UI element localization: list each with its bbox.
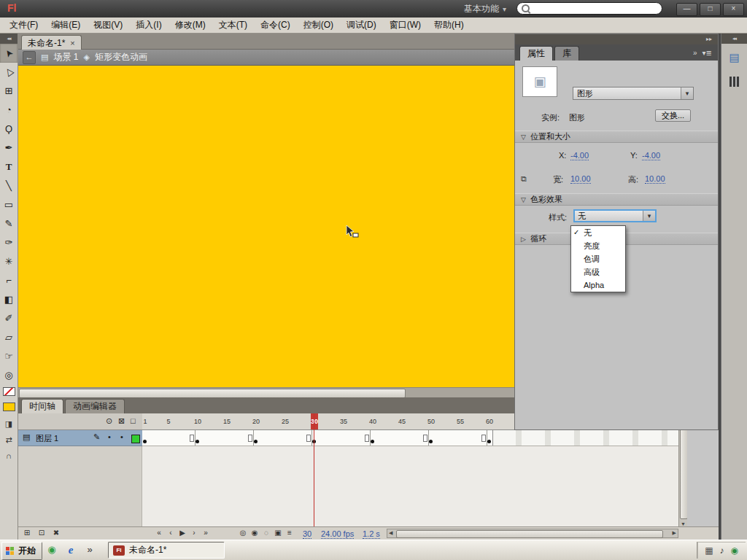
fill-color-chip[interactable] [0,402,18,416]
center-frame-button[interactable]: ◎ [237,527,249,539]
outline-column-icon[interactable]: □ [131,416,136,425]
paint-bucket-tool[interactable]: ◧ [0,290,18,309]
width-value[interactable]: 10.00 [570,174,591,184]
expand-panels-icon[interactable]: ◂◂ [721,34,747,44]
menu-item-brightness[interactable]: 亮度 [571,239,625,252]
lasso-tool[interactable]: Ϙ [0,120,18,139]
scroll-down-icon[interactable]: ▼ [681,521,686,526]
collapse-triangle-icon[interactable]: ▽ [521,133,526,141]
menu-edit[interactable]: 编辑(E) [44,17,87,34]
menu-item-alpha[interactable]: Alpha [571,279,625,292]
link-width-height-icon[interactable]: ⧉ [521,174,527,184]
first-frame-button[interactable]: « [153,527,165,539]
menu-file[interactable]: 文件(F) [3,17,44,34]
layer-visibility-dot[interactable]: • [108,432,111,441]
hand-tool[interactable]: ☞ [0,347,18,366]
layer-lock-dot[interactable]: • [120,432,123,441]
rectangle-tool[interactable]: ▭ [0,195,18,214]
color-panel-icon[interactable]: ▤ [724,48,745,67]
deco-tool[interactable]: ✳ [0,252,18,271]
menu-item-none[interactable]: ✓ 无 [571,226,625,239]
eyedropper-tool[interactable]: ✐ [0,309,18,328]
chevron-down-icon[interactable]: ▾ [681,88,693,99]
breadcrumb-scene[interactable]: 场景 1 [53,51,78,63]
close-button[interactable]: × [723,3,744,16]
workspace-switcher-button[interactable]: 基本功能 ▾ [464,3,506,15]
elapsed-time-value[interactable]: 1.2 s [363,529,380,539]
stroke-color-chip[interactable] [0,387,18,400]
swap-button[interactable]: 交换... [655,109,691,122]
text-tool[interactable]: T [0,158,18,176]
section-color-effect[interactable]: ▽ 色彩效果 [515,193,718,206]
brush-tool[interactable]: ✑ [0,233,18,252]
timeline-horizontal-scrollbar[interactable]: ◀ ▶ [387,529,678,538]
panel-dock-strip[interactable]: ▸▸ [515,34,718,44]
breadcrumb-symbol[interactable]: 矩形变色动画 [95,51,147,63]
collapse-to-icons-icon[interactable]: » [689,49,701,57]
collapse-triangle-icon[interactable]: ▽ [521,196,526,203]
keyframe-dot[interactable] [487,440,491,443]
symbol-type-dropdown[interactable]: 图形 ▾ [573,87,694,100]
swap-colors-button[interactable]: ⇄ [0,432,18,448]
chevron-down-icon[interactable]: ▾ [643,211,655,221]
playhead-line[interactable] [314,413,314,526]
subselection-tool[interactable]: ▷ [0,63,18,82]
zoom-tool[interactable]: ◎ [0,366,18,385]
keyframe-dot[interactable] [429,440,433,443]
section-position-size[interactable]: ▽ 位置和大小 [515,131,718,143]
search-input[interactable] [530,4,657,13]
black-white-button[interactable]: ◨ [0,416,18,432]
tab-properties[interactable]: 属性 [519,46,553,61]
ime-indicator-icon[interactable]: ▦ [705,545,713,556]
play-button[interactable]: ▶ [177,527,188,539]
snap-magnet-button[interactable]: ∩ [0,448,18,464]
layer-row[interactable]: ▤ 图层 1 ✎ • • [18,430,142,446]
line-tool[interactable]: ╲ [0,176,18,195]
document-tab[interactable]: 未命名-1* × [21,35,82,50]
minimize-button[interactable]: — [676,3,697,16]
layer-name[interactable]: 图层 1 [36,433,58,444]
height-value[interactable]: 10.00 [645,174,665,184]
onion-skin-button[interactable]: ◉ [249,527,260,539]
menu-window[interactable]: 窗口(W) [383,17,427,34]
quick-launch-icon-1[interactable]: ◉ [45,543,58,556]
selection-tool[interactable]: ➤ [0,44,18,63]
edit-multiple-frames-button[interactable]: ▣ [272,527,284,539]
stage-horizontal-scrollbar[interactable] [18,387,514,397]
pen-tool[interactable]: ✒ [0,139,18,158]
y-value[interactable]: -4.00 [642,151,660,160]
frame-rate-value[interactable]: 24.00 fps [321,529,354,539]
keyframe-dot[interactable] [371,440,374,443]
current-frame-value[interactable]: 30 [303,529,311,539]
scrollbar-thumb[interactable] [396,530,663,538]
task-button-flash[interactable]: Fl 未命名-1* [108,542,225,559]
menu-text[interactable]: 文本(T) [212,17,254,34]
show-hide-eye-icon[interactable]: ⊙ [106,416,112,426]
new-layer-button[interactable]: ⊞ [21,527,33,539]
browser-icon[interactable]: e [64,543,77,556]
eraser-tool[interactable]: ▱ [0,328,18,347]
back-icon[interactable]: ← [23,51,36,64]
timeline-vertical-scrollbar[interactable]: ▲ ▼ [678,413,687,526]
menu-modify[interactable]: 修改(M) [169,17,212,34]
keyframe-dot[interactable] [196,440,199,443]
tab-library[interactable]: 库 [554,46,579,61]
menu-help[interactable]: 帮助(H) [427,17,471,34]
restore-button[interactable]: □ [700,3,721,16]
menu-control[interactable]: 控制(O) [297,17,340,34]
scroll-right-icon[interactable]: ▶ [673,530,676,536]
modify-markers-button[interactable]: ≡ [284,527,295,539]
layer-frame-strip[interactable] [142,430,678,446]
status-tray-icon[interactable]: ◉ [731,545,738,556]
3d-rotation-tool[interactable]: ◔ [0,101,18,120]
panel-menu-icon[interactable]: ▾≣ [703,49,718,57]
lock-icon[interactable]: ⊠ [118,416,125,426]
last-frame-button[interactable]: » [200,527,212,539]
collapse-triangle-icon[interactable]: ▷ [521,236,526,243]
collapse-panel-icon[interactable]: ◂◂ [0,34,18,44]
scroll-left-icon[interactable]: ◀ [389,530,392,536]
bone-tool[interactable]: ⌐ [0,271,18,290]
volume-icon[interactable]: ♪ [720,545,724,556]
start-button[interactable]: 开始 [1,542,42,560]
layer-outline-swatch[interactable] [131,435,140,443]
